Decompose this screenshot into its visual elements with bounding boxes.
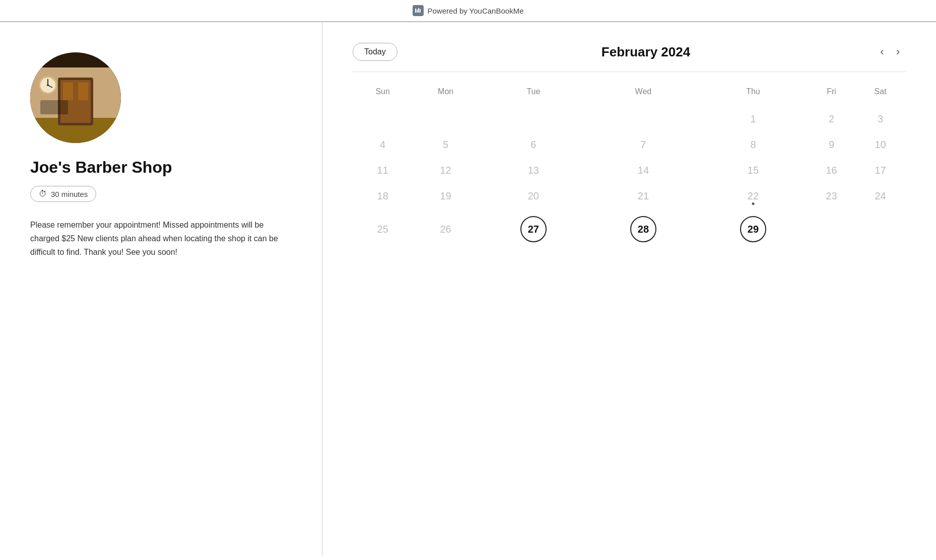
calendar-day: 24 [855,183,906,209]
calendar-day: 19 [413,183,479,209]
ycbm-logo-icon [413,5,424,16]
col-tue: Tue [479,82,588,106]
left-panel: Joe's Barber Shop ⏱ 30 minutes Please re… [0,22,322,556]
today-button[interactable]: Today [353,43,397,61]
calendar-day: 5 [413,132,479,158]
main-layout: Joe's Barber Shop ⏱ 30 minutes Please re… [0,22,936,556]
calendar-day: 15 [698,158,808,183]
calendar-header: Today February 2024 ‹ › [353,42,906,61]
powered-by-text: Powered by YouCanBookMe [428,7,524,15]
calendar-day: 1 [698,106,808,132]
calendar-day-circle[interactable]: 29 [740,216,766,242]
svg-rect-2 [418,8,419,13]
duration-label: 30 minutes [51,190,88,198]
top-bar: Powered by YouCanBookMe [0,0,936,22]
calendar-day-empty [588,106,698,132]
calendar-day: 17 [855,158,906,183]
calendar-day: 16 [808,158,855,183]
next-month-button[interactable]: › [890,42,906,61]
calendar-day-empty [413,106,479,132]
calendar-day: 26 [413,209,479,249]
calendar-day: 14 [588,158,698,183]
col-thu: Thu [698,82,808,106]
calendar-day[interactable]: 29 [698,209,808,249]
calendar-day: 8 [698,132,808,158]
duration-badge: ⏱ 30 minutes [30,186,96,202]
calendar-week-row: 18192021222324 [353,183,906,209]
calendar-day: 13 [479,158,588,183]
svg-rect-9 [63,83,73,100]
calendar-day: 10 [855,132,906,158]
calendar-week-row: 45678910 [353,132,906,158]
calendar-day-circle[interactable]: 28 [630,216,656,242]
calendar-day-dot [752,202,754,205]
calendar-day: 7 [588,132,698,158]
clock-icon: ⏱ [39,189,47,198]
svg-rect-0 [415,9,416,13]
svg-rect-10 [78,83,88,100]
calendar-day-empty [808,209,855,249]
calendar-day: 20 [479,183,588,209]
col-wed: Wed [588,82,698,106]
calendar-day: 11 [353,158,413,183]
calendar-day-empty [855,209,906,249]
calendar-day[interactable]: 27 [479,209,588,249]
col-mon: Mon [413,82,479,106]
calendar-day: 25 [353,209,413,249]
calendar-day-circle[interactable]: 27 [520,216,547,242]
calendar-month-title: February 2024 [418,44,875,60]
prev-month-button[interactable]: ‹ [874,42,890,61]
calendar-week-row: 2526272829 [353,209,906,249]
col-sun: Sun [353,82,413,106]
calendar-day: 6 [479,132,588,158]
calendar-day: 3 [855,106,906,132]
calendar-week-row: 11121314151617 [353,158,906,183]
calendar-header-row: Sun Mon Tue Wed Thu Fri Sat [353,82,906,106]
calendar-day: 4 [353,132,413,158]
right-panel: Today February 2024 ‹ › Sun Mon Tue Wed … [322,22,936,556]
calendar-divider [353,72,906,72]
calendar-day: 23 [808,183,855,209]
col-sat: Sat [855,82,906,106]
col-fri: Fri [808,82,855,106]
calendar-day: 9 [808,132,855,158]
shop-name: Joe's Barber Shop [30,158,292,177]
calendar-day: 21 [588,183,698,209]
calendar-week-row: 123 [353,106,906,132]
calendar-day-empty [353,106,413,132]
calendar-day: 2 [808,106,855,132]
calendar-day: 22 [698,183,808,209]
calendar-day[interactable]: 28 [588,209,698,249]
shop-avatar [30,52,121,143]
shop-description: Please remember your appointment! Missed… [30,218,292,259]
calendar-day-empty [479,106,588,132]
calendar-day: 12 [413,158,479,183]
svg-rect-16 [40,100,68,114]
svg-rect-1 [417,10,418,13]
calendar-day: 18 [353,183,413,209]
calendar-grid: Sun Mon Tue Wed Thu Fri Sat 123456789101… [353,82,906,249]
svg-rect-3 [420,9,421,13]
